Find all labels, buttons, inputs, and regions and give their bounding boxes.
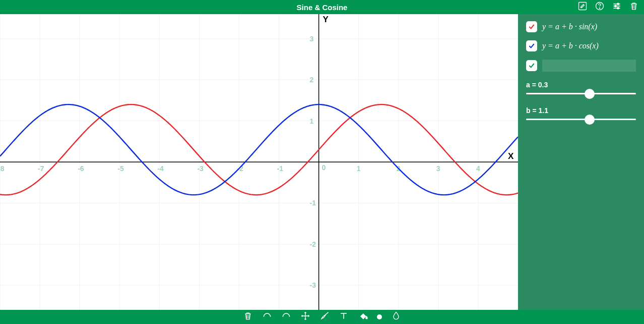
chart-canvas[interactable]: -8-7-6-5-4-3-2-101234-3-2-1123XY <box>0 14 518 310</box>
svg-text:-2: -2 <box>310 240 316 248</box>
svg-text:3: 3 <box>310 35 314 43</box>
slider-b-group: b = 1.1 <box>526 106 636 120</box>
svg-text:-7: -7 <box>38 165 44 173</box>
svg-text:-4: -4 <box>157 165 164 173</box>
equation-input-empty[interactable] <box>542 60 636 72</box>
svg-text:-1: -1 <box>310 199 316 207</box>
svg-text:Y: Y <box>323 15 329 24</box>
svg-point-2 <box>599 8 600 9</box>
main-area: -8-7-6-5-4-3-2-101234-3-2-1123XY y = a +… <box>0 14 644 310</box>
drop-icon[interactable] <box>391 311 401 323</box>
slider-b-thumb[interactable] <box>585 115 595 125</box>
settings-icon[interactable] <box>612 1 622 13</box>
equation-label-sin: y = a + b · sin(x) <box>542 22 597 31</box>
undo-icon[interactable] <box>262 311 272 323</box>
header-bar: Sine & Cosine <box>0 0 644 14</box>
svg-rect-0 <box>579 3 587 10</box>
footer-bar <box>0 310 644 324</box>
footer-trash-icon[interactable] <box>243 311 253 323</box>
slider-a-label: a = 0.3 <box>526 81 636 89</box>
equation-row-cos: y = a + b · cos(x) <box>526 40 636 51</box>
slider-a-group: a = 0.3 <box>526 81 636 94</box>
svg-text:-5: -5 <box>117 165 124 173</box>
equation-label-cos: y = a + b · cos(x) <box>542 41 599 50</box>
trash-icon[interactable] <box>629 1 639 13</box>
svg-text:2: 2 <box>310 76 314 84</box>
svg-text:1: 1 <box>357 165 361 173</box>
svg-text:-1: -1 <box>277 165 284 173</box>
checkbox-empty[interactable] <box>526 60 537 71</box>
move-icon[interactable] <box>300 311 310 323</box>
checkbox-cos[interactable] <box>526 40 537 51</box>
svg-text:-3: -3 <box>310 281 316 289</box>
slider-a-track[interactable] <box>526 93 636 94</box>
svg-text:1: 1 <box>310 117 314 125</box>
brush-icon[interactable] <box>319 311 330 323</box>
svg-point-4 <box>617 3 619 5</box>
svg-text:0: 0 <box>322 164 326 172</box>
text-icon[interactable] <box>339 311 349 323</box>
svg-text:-6: -6 <box>78 165 84 173</box>
chart-svg: -8-7-6-5-4-3-2-101234-3-2-1123XY <box>0 14 518 310</box>
equation-row-empty <box>526 60 636 72</box>
checkbox-sin[interactable] <box>526 21 537 32</box>
dot-icon[interactable] <box>377 314 382 319</box>
footer-tools <box>243 311 401 323</box>
svg-text:X: X <box>508 151 514 161</box>
page-title: Sine & Cosine <box>297 3 348 12</box>
svg-text:4: 4 <box>476 165 480 173</box>
svg-text:-8: -8 <box>0 165 5 173</box>
edit-icon[interactable] <box>577 1 588 13</box>
svg-point-8 <box>617 8 619 9</box>
svg-point-6 <box>615 5 616 7</box>
help-icon[interactable] <box>595 1 605 13</box>
svg-text:-3: -3 <box>197 165 204 173</box>
header-icons <box>577 1 639 13</box>
slider-a-thumb[interactable] <box>585 89 595 99</box>
fill-icon[interactable] <box>358 311 368 323</box>
slider-b-label: b = 1.1 <box>526 106 636 115</box>
sidebar: y = a + b · sin(x) y = a + b · cos(x) a … <box>518 14 644 310</box>
equation-row-sin: y = a + b · sin(x) <box>526 21 636 32</box>
redo-icon[interactable] <box>281 311 291 323</box>
svg-text:3: 3 <box>436 165 440 173</box>
slider-b-track[interactable] <box>526 119 636 120</box>
